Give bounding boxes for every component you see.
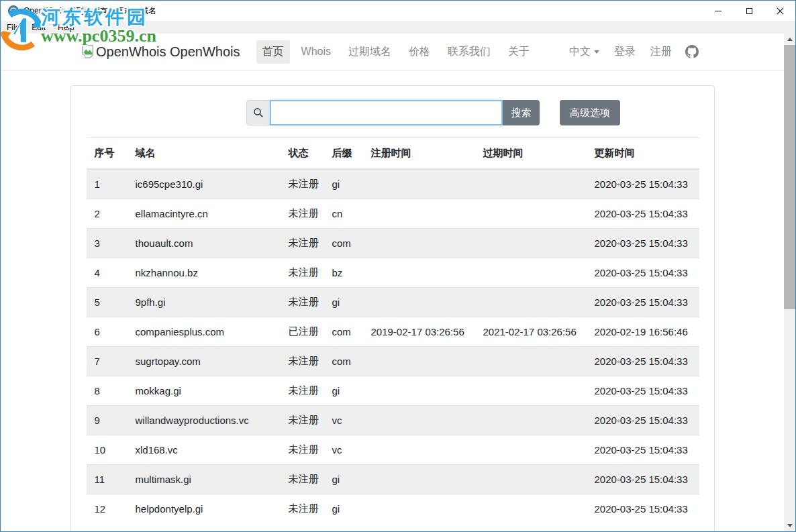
advanced-options-button[interactable]: 高级选项 [560, 100, 620, 125]
scrollbar-thumb[interactable] [784, 45, 795, 309]
table-cell: 未注册 [281, 288, 324, 317]
brand-text: OpenWhois [170, 44, 240, 60]
table-cell [475, 229, 587, 258]
table-cell: 10 [87, 435, 128, 465]
table-row: 1ic695cpe310.gi未注册gi2020-03-25 15:04:33 [87, 169, 699, 199]
minimize-button[interactable] [703, 1, 734, 21]
broken-image-icon [81, 45, 95, 58]
table-cell: 未注册 [281, 199, 324, 229]
navbar: OpenWhois OpenWhois 首页 Whois 过期域名 价格 联系我… [1, 34, 784, 70]
table-cell: 9pfh.gi [128, 288, 281, 317]
page: OpenWhois OpenWhois 首页 Whois 过期域名 价格 联系我… [1, 34, 784, 531]
table-cell: com [324, 229, 363, 258]
table-row: 7sugrtopay.com未注册com2020-03-25 15:04:33 [87, 347, 699, 376]
table-cell: 4 [87, 258, 128, 288]
table-cell: 7 [87, 347, 128, 376]
table-cell: 未注册 [281, 258, 324, 288]
maximize-button[interactable] [734, 1, 764, 21]
header-expire-time: 过期时间 [475, 138, 587, 170]
menu-edit[interactable]: Edit [26, 22, 52, 33]
table-cell: 未注册 [281, 465, 324, 494]
table-cell [363, 406, 475, 435]
table-cell: companiesplus.com [128, 317, 281, 347]
table-cell: 2020-03-25 15:04:33 [587, 229, 699, 258]
vertical-scrollbar[interactable] [784, 34, 795, 531]
brand[interactable]: OpenWhois OpenWhois [81, 44, 240, 60]
nav-contact[interactable]: 联系我们 [442, 40, 497, 64]
table-cell: vc [324, 406, 363, 435]
table-row: 59pfh.gi未注册gi2020-03-25 15:04:33 [87, 288, 699, 317]
nav-expired-domains[interactable]: 过期域名 [342, 40, 397, 64]
header-index: 序号 [87, 138, 128, 170]
table-cell: mokkag.gi [128, 376, 281, 406]
web-view: OpenWhois OpenWhois 首页 Whois 过期域名 价格 联系我… [1, 34, 795, 531]
nav-whois[interactable]: Whois [295, 41, 337, 62]
table-cell: 已注册 [281, 317, 324, 347]
openwhois-app-icon [8, 5, 19, 16]
search-icon [253, 107, 264, 118]
scroll-down-button[interactable] [784, 520, 795, 531]
menu-file[interactable]: File [1, 22, 26, 33]
search-card: 搜索 高级选项 序号 域名 [70, 85, 715, 531]
language-label: 中文 [569, 46, 591, 57]
table-cell: 3 [87, 229, 128, 258]
table-cell: 1 [87, 169, 128, 199]
table-cell: 2019-02-17 03:26:56 [363, 317, 475, 347]
register-link[interactable]: 注册 [648, 40, 675, 64]
table-cell: 9 [87, 406, 128, 435]
table-cell: 8 [87, 376, 128, 406]
table-cell: vc [324, 435, 363, 465]
menu-bar: File Edit Help [1, 21, 795, 34]
table-cell: gi [324, 288, 363, 317]
search-input[interactable] [270, 100, 503, 125]
table-cell: 2020-03-25 15:04:33 [587, 199, 699, 229]
table-cell: com [324, 347, 363, 376]
table-cell: 2020-03-25 15:04:33 [587, 435, 699, 465]
language-dropdown[interactable]: 中文 [566, 40, 602, 64]
table-cell: 未注册 [281, 347, 324, 376]
table-cell [475, 435, 587, 465]
table-cell: sugrtopay.com [128, 347, 281, 376]
table-cell [363, 258, 475, 288]
table-row: 6companiesplus.com已注册com2019-02-17 03:26… [87, 317, 699, 347]
nav-home[interactable]: 首页 [256, 40, 290, 64]
table-cell: 2020-02-19 16:56:46 [587, 317, 699, 347]
search-button[interactable]: 搜索 [503, 100, 540, 125]
window-controls [703, 1, 795, 21]
title-bar: OpenWhois,找到并拥有你喜欢的域名 [1, 1, 795, 21]
table-cell [475, 199, 587, 229]
scroll-up-button[interactable] [784, 34, 795, 45]
table-cell: 2021-02-17 03:26:56 [475, 317, 587, 347]
header-update-time: 更新时间 [587, 138, 699, 170]
close-button[interactable] [764, 1, 795, 21]
nav-about[interactable]: 关于 [502, 40, 536, 64]
table-cell: ic695cpe310.gi [128, 169, 281, 199]
search-icon-box [246, 100, 270, 125]
table-cell: xld168.vc [128, 435, 281, 465]
github-icon[interactable] [685, 45, 699, 58]
table-cell: nkzhannou.bz [128, 258, 281, 288]
domain-table: 序号 域名 状态 后缀 注册时间 过期时间 更新时间 1ic695cpe310.… [87, 138, 699, 523]
nav-pricing[interactable]: 价格 [403, 40, 436, 64]
minimize-icon [715, 11, 722, 11]
table-cell: 未注册 [281, 376, 324, 406]
table-cell: gi [324, 169, 363, 199]
login-link[interactable]: 登录 [611, 40, 638, 64]
table-cell: 2020-03-25 15:04:33 [587, 406, 699, 435]
table-cell [475, 494, 587, 524]
table-cell: 未注册 [281, 169, 324, 199]
table-cell [363, 376, 475, 406]
close-icon [777, 7, 784, 15]
brand-alt-text: OpenWhois [96, 44, 166, 60]
table-cell [363, 435, 475, 465]
chevron-down-icon [594, 50, 599, 54]
table-cell: thouault.com [128, 229, 281, 258]
table-row: 8mokkag.gi未注册gi2020-03-25 15:04:33 [87, 376, 699, 406]
table-cell [475, 258, 587, 288]
table-header-row: 序号 域名 状态 后缀 注册时间 过期时间 更新时间 [87, 138, 699, 170]
header-registered-time: 注册时间 [363, 138, 475, 170]
domain-table-body: 1ic695cpe310.gi未注册gi2020-03-25 15:04:332… [87, 169, 699, 523]
domain-table-wrap: 序号 域名 状态 后缀 注册时间 过期时间 更新时间 1ic695cpe310.… [87, 138, 699, 523]
menu-help[interactable]: Help [52, 22, 81, 33]
header-suffix: 后缀 [324, 138, 363, 170]
